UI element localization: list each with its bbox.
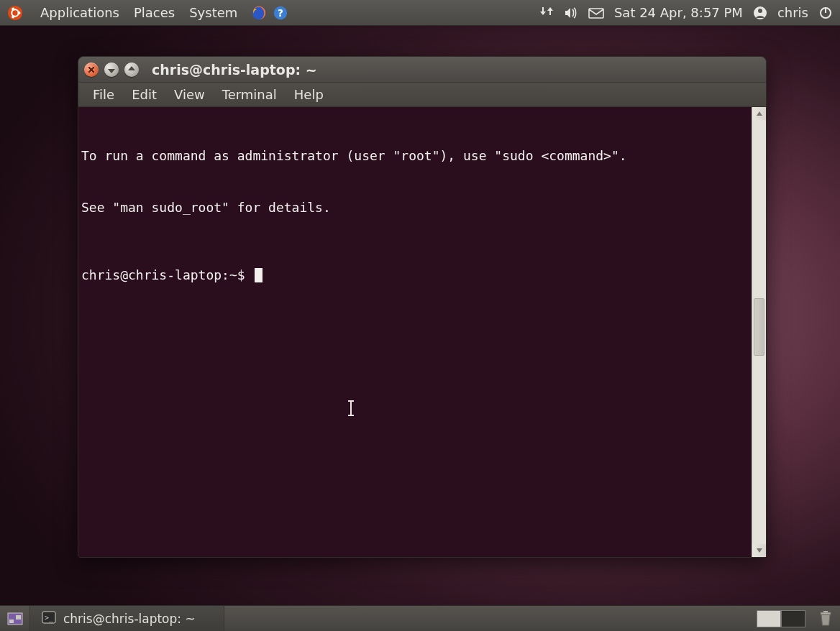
terminal-icon: >_	[42, 611, 56, 627]
svg-rect-15	[16, 615, 21, 620]
scroll-down-icon[interactable]	[752, 544, 766, 557]
network-updown-icon[interactable]	[539, 6, 554, 19]
prompt-line: chris@chris-laptop:~$	[81, 267, 749, 284]
terminal-window: chris@chris-laptop: ~ File Edit View Ter…	[78, 56, 767, 558]
svg-text:>_: >_	[45, 614, 54, 622]
maximize-button[interactable]	[124, 63, 139, 77]
username-label[interactable]: chris	[777, 5, 808, 20]
power-icon[interactable]	[818, 6, 833, 20]
taskbar-item-terminal[interactable]: >_ chris@chris-laptop: ~	[30, 606, 224, 631]
menu-applications[interactable]: Applications	[33, 5, 127, 20]
mail-icon[interactable]	[588, 7, 604, 19]
svg-rect-14	[9, 620, 14, 623]
scroll-up-icon[interactable]	[752, 107, 766, 120]
window-titlebar[interactable]: chris@chris-laptop: ~	[78, 57, 766, 83]
menu-view[interactable]: View	[167, 86, 212, 103]
user-switch-icon[interactable]	[753, 6, 767, 20]
text-cursor-icon	[350, 400, 352, 416]
svg-text:?: ?	[278, 6, 283, 18]
cursor-icon	[255, 268, 262, 282]
clock-text[interactable]: Sat 24 Apr, 8:57 PM	[614, 5, 743, 20]
show-desktop-button[interactable]	[0, 606, 30, 631]
menu-places[interactable]: Places	[127, 5, 182, 20]
scrollbar[interactable]	[752, 107, 766, 557]
workspace-2[interactable]	[781, 610, 805, 627]
prompt-text: chris@chris-laptop:~$	[81, 267, 252, 284]
top-panel-right: Sat 24 Apr, 8:57 PM chris	[539, 5, 840, 20]
motd-line: See "man sudo_root" for details.	[81, 199, 749, 216]
svg-rect-19	[823, 611, 828, 612]
top-panel-left: Applications Places System ?	[0, 4, 289, 22]
close-button[interactable]	[84, 63, 99, 77]
volume-icon[interactable]	[564, 6, 578, 19]
menu-edit[interactable]: Edit	[124, 86, 164, 103]
svg-rect-12	[825, 7, 826, 13]
terminal-area-wrap: To run a command as administrator (user …	[78, 107, 766, 557]
firefox-icon[interactable]	[250, 4, 268, 22]
workspace-1[interactable]	[757, 610, 781, 627]
taskbar-item-label: chris@chris-laptop: ~	[63, 612, 196, 626]
minimize-button[interactable]	[104, 63, 119, 77]
window-title: chris@chris-laptop: ~	[152, 62, 317, 78]
menu-terminal[interactable]: Terminal	[215, 86, 284, 103]
top-panel: Applications Places System ? Sat 24 Apr,…	[0, 0, 840, 26]
svg-point-10	[758, 9, 762, 13]
window-menubar: File Edit View Terminal Help	[78, 83, 766, 107]
terminal-output[interactable]: To run a command as administrator (user …	[78, 107, 752, 557]
menu-system[interactable]: System	[182, 5, 245, 20]
svg-rect-18	[821, 612, 831, 614]
trash-icon[interactable]	[811, 610, 840, 627]
motd-line: To run a command as administrator (user …	[81, 147, 749, 165]
ubuntu-logo-icon[interactable]	[6, 4, 24, 22]
svg-rect-8	[589, 9, 603, 18]
help-icon[interactable]: ?	[272, 4, 289, 22]
scrollbar-track[interactable]	[752, 120, 766, 544]
menu-help[interactable]: Help	[287, 86, 331, 103]
workspace-switcher[interactable]	[757, 610, 805, 627]
bottom-panel: >_ chris@chris-laptop: ~	[0, 605, 840, 631]
scrollbar-thumb[interactable]	[754, 298, 764, 356]
menu-file[interactable]: File	[86, 86, 122, 103]
